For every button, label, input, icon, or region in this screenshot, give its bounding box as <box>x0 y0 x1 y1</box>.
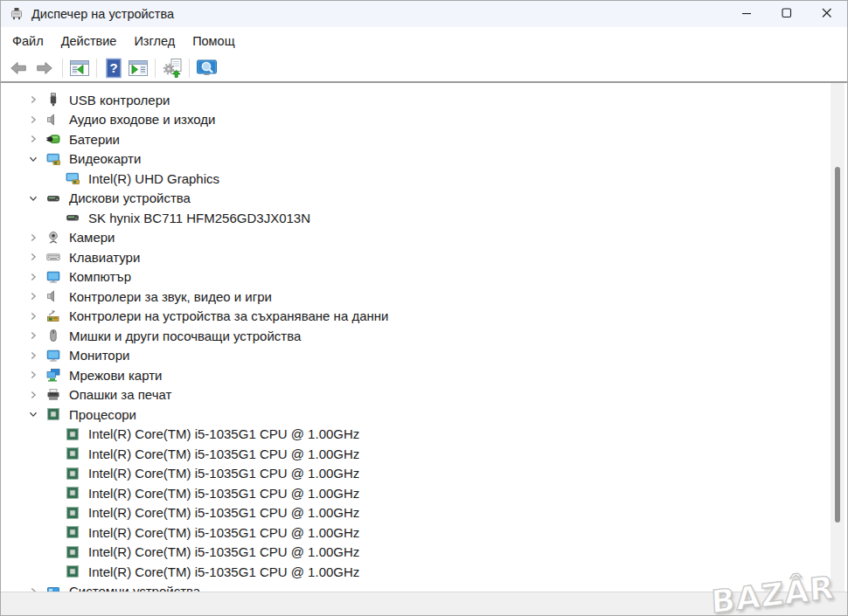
tree-item-label: Мишки и други посочващи устройства <box>69 329 301 343</box>
titlebar: Диспечер на устройства <box>1 1 847 27</box>
tree-item-label: Контролери за звук, видео и игри <box>69 289 272 304</box>
chevron-right-icon[interactable] <box>27 585 39 592</box>
menu-action[interactable]: Действие <box>52 30 126 52</box>
usb-icon <box>46 93 60 107</box>
chevron-right-icon[interactable] <box>27 133 39 145</box>
tree-item[interactable]: Intel(R) Core(TM) i5-1035G1 CPU @ 1.00GH… <box>1 543 847 563</box>
tree-item-label: Intel(R) UHD Graphics <box>88 171 219 186</box>
close-button[interactable] <box>807 1 847 27</box>
chevron-right-icon[interactable] <box>27 329 39 342</box>
window-title: Диспечер на устройства <box>31 7 174 21</box>
tree-item[interactable]: Intel(R) Core(TM) i5-1035G1 CPU @ 1.00GH… <box>1 562 847 582</box>
chevron-right-icon[interactable] <box>27 369 39 381</box>
cpu-icon <box>66 545 80 559</box>
tree-item[interactable]: USB контролери <box>1 90 847 110</box>
storage-controller-icon <box>46 309 60 323</box>
console-tree-icon <box>69 58 90 79</box>
chevron-right-icon[interactable] <box>27 310 39 322</box>
minimize-button[interactable] <box>726 1 767 27</box>
forward-button[interactable] <box>33 59 56 78</box>
tree-item[interactable]: Intel(R) Core(TM) i5-1035G1 CPU @ 1.00GH… <box>1 523 847 543</box>
tree-item-label: Контролери на устройства за съхраняване … <box>69 308 388 323</box>
svg-text:?: ? <box>109 60 117 75</box>
tree-item-label: Клавиатури <box>69 250 140 265</box>
tree-item[interactable]: Компютър <box>1 267 847 287</box>
tree-item[interactable]: Процесори <box>1 405 847 425</box>
tree-item[interactable]: Клавиатури <box>1 247 847 267</box>
tree-item[interactable]: Контролери на устройства за съхраняване … <box>1 307 847 327</box>
printer-icon <box>46 388 60 402</box>
scan-hardware-changes-button[interactable] <box>162 58 183 79</box>
chevron-right-icon[interactable] <box>27 271 39 283</box>
back-icon <box>7 59 30 78</box>
computer-search-icon <box>196 58 218 79</box>
window-controls <box>726 1 847 27</box>
tree-item[interactable]: Intel(R) Core(TM) i5-1035G1 CPU @ 1.00GH… <box>1 464 847 484</box>
menu-view[interactable]: Изглед <box>125 30 184 52</box>
chevron-right-icon[interactable] <box>27 251 39 263</box>
tree-item[interactable]: Мрежови карти <box>1 365 847 385</box>
menu-file[interactable]: Файл <box>3 30 52 52</box>
tree-item-label: Процесори <box>69 407 136 422</box>
toolbar-separator <box>62 59 63 78</box>
toolbar-separator <box>96 59 97 78</box>
tree-item[interactable]: Контролери за звук, видео и игри <box>1 287 847 307</box>
tree-item[interactable]: Камери <box>1 228 847 248</box>
gpu-icon <box>46 152 60 166</box>
menu-help[interactable]: Помощ <box>184 30 243 52</box>
chevron-right-icon[interactable] <box>27 290 39 302</box>
camera-icon <box>46 231 60 245</box>
tree-item-label: Компютър <box>69 269 131 284</box>
tree-item[interactable]: Опашки за печат <box>1 385 847 405</box>
tree-item[interactable]: Intel(R) Core(TM) i5-1035G1 CPU @ 1.00GH… <box>1 483 847 503</box>
disk-icon <box>46 191 60 205</box>
sound-icon <box>46 289 60 303</box>
computer-search-button[interactable] <box>196 58 218 79</box>
tree-item[interactable]: Intel(R) Core(TM) i5-1035G1 CPU @ 1.00GH… <box>1 444 847 464</box>
tree-item[interactable]: Intel(R) UHD Graphics <box>1 169 847 189</box>
tree-item-label: Камери <box>69 230 115 245</box>
action-pane-icon <box>128 58 149 79</box>
tree-item[interactable]: Дискови устройства <box>1 189 847 209</box>
scrollbar-thumb[interactable] <box>835 167 840 523</box>
tree-item[interactable]: Видеокарти <box>1 149 847 170</box>
tree-item-label: Intel(R) Core(TM) i5-1035G1 CPU @ 1.00GH… <box>88 466 359 481</box>
tree-item-label: Intel(R) Core(TM) i5-1035G1 CPU @ 1.00GH… <box>88 505 359 520</box>
cpu-icon <box>66 446 80 460</box>
chevron-down-icon[interactable] <box>27 192 39 204</box>
menu-bar: ФайлДействиеИзгледПомощ <box>1 27 847 55</box>
chevron-right-icon[interactable] <box>27 114 39 126</box>
chevron-right-icon[interactable] <box>27 232 39 244</box>
gpu-icon <box>66 171 80 185</box>
tree-item[interactable]: Intel(R) Core(TM) i5-1035G1 CPU @ 1.00GH… <box>1 503 847 523</box>
device-manager-window: Диспечер на устройства ФайлДействиеИзгле… <box>0 0 848 616</box>
tree-item-label: Intel(R) Core(TM) i5-1035G1 CPU @ 1.00GH… <box>88 446 359 461</box>
back-button[interactable] <box>7 59 30 78</box>
close-icon <box>822 8 832 21</box>
show-action-pane-button[interactable] <box>128 58 149 79</box>
device-manager-icon <box>10 7 24 21</box>
maximize-button[interactable] <box>767 1 807 27</box>
toolbar: ? <box>1 55 847 81</box>
chevron-down-icon[interactable] <box>27 408 39 420</box>
tree-item[interactable]: Мишки и други посочващи устройства <box>1 326 847 346</box>
cpu-icon <box>66 564 80 578</box>
tree-item-label: Видеокарти <box>69 151 141 166</box>
tree-item[interactable]: SK hynix BC711 HFM256GD3JX013N <box>1 208 847 228</box>
help-button[interactable]: ? <box>103 58 124 79</box>
system-devices-icon <box>46 585 60 592</box>
chevron-right-icon[interactable] <box>27 350 39 362</box>
tree-item[interactable]: Батерии <box>1 129 847 149</box>
show-console-tree-button[interactable] <box>69 58 90 79</box>
chevron-right-icon[interactable] <box>27 93 39 106</box>
vertical-scrollbar[interactable] <box>831 83 845 593</box>
tree-item[interactable]: Аудио входове и изходи <box>1 110 847 130</box>
tree-item-label: Мрежови карти <box>69 368 162 383</box>
maximize-icon <box>782 8 792 21</box>
tree-item[interactable]: Монитори <box>1 346 847 366</box>
chevron-right-icon[interactable] <box>27 389 39 401</box>
device-tree-panel: USB контролериАудио входове и изходиБате… <box>1 83 847 592</box>
tree-item[interactable]: Intel(R) Core(TM) i5-1035G1 CPU @ 1.00GH… <box>1 425 847 445</box>
chevron-down-icon[interactable] <box>27 153 39 165</box>
tree-item-label: Intel(R) Core(TM) i5-1035G1 CPU @ 1.00GH… <box>88 525 359 540</box>
